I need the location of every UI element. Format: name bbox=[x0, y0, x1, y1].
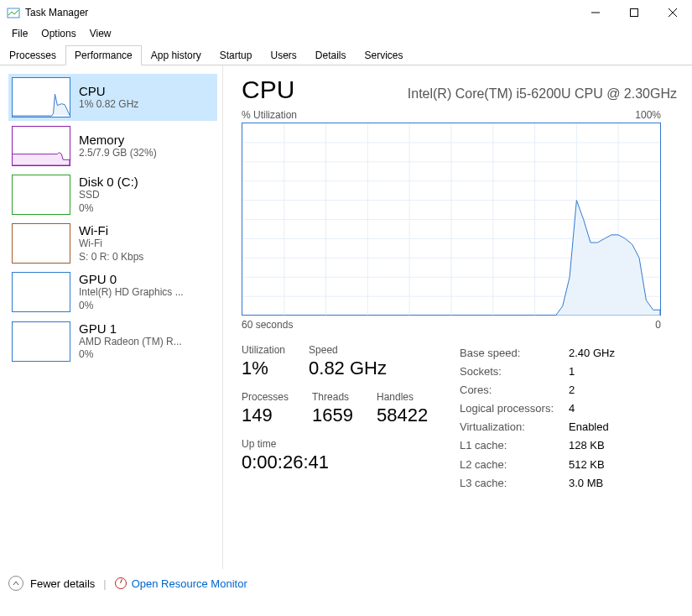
sidebar-gpu0-sub1: Intel(R) HD Graphics ... bbox=[79, 286, 184, 300]
svg-rect-2 bbox=[631, 9, 638, 17]
title-bar: Task Manager bbox=[0, 0, 692, 25]
spec-cores: 2 bbox=[569, 381, 575, 399]
footer: Fewer details | Open Resource Monitor bbox=[0, 569, 692, 598]
sidebar-wifi-sub2: S: 0 R: 0 Kbps bbox=[79, 251, 143, 264]
chart-label-top-right: 100% bbox=[635, 109, 661, 121]
menu-view[interactable]: View bbox=[83, 26, 118, 41]
open-resource-monitor-link[interactable]: Open Resource Monitor bbox=[115, 577, 247, 590]
stat-handles-label: Handles bbox=[377, 391, 428, 403]
sidebar-gpu1-title: GPU 1 bbox=[79, 321, 182, 336]
sidebar-item-wifi[interactable]: Wi-Fi Wi-Fi S: 0 R: 0 Kbps bbox=[8, 220, 217, 267]
open-resource-monitor-label: Open Resource Monitor bbox=[132, 577, 247, 590]
sidebar-item-gpu1[interactable]: GPU 1 AMD Radeon (TM) R... 0% bbox=[8, 318, 217, 365]
footer-divider: | bbox=[103, 577, 106, 590]
spec-sockets: 1 bbox=[569, 363, 575, 381]
window-title: Task Manager bbox=[25, 7, 88, 18]
tab-details[interactable]: Details bbox=[306, 45, 356, 65]
chart-label-bottom-left: 60 seconds bbox=[242, 319, 293, 331]
chart-label-top-left: % Utilization bbox=[242, 109, 297, 121]
tab-strip: Processes Performance App history Startu… bbox=[0, 45, 692, 65]
sidebar-item-cpu[interactable]: CPU 1% 0.82 GHz bbox=[8, 74, 217, 121]
sidebar-disk-sub2: 0% bbox=[79, 202, 138, 216]
stat-uptime-label: Up time bbox=[242, 438, 460, 450]
chart-label-bottom-right: 0 bbox=[655, 319, 661, 331]
sidebar-item-memory[interactable]: Memory 2.5/7.9 GB (32%) bbox=[8, 123, 217, 170]
tab-performance[interactable]: Performance bbox=[65, 45, 142, 65]
sidebar-memory-title: Memory bbox=[79, 133, 157, 147]
spec-l3: 3.0 MB bbox=[569, 474, 603, 493]
sidebar-disk-title: Disk 0 (C:) bbox=[79, 175, 138, 189]
sidebar-wifi-title: Wi-Fi bbox=[79, 223, 143, 238]
sidebar-cpu-title: CPU bbox=[79, 84, 138, 98]
stat-speed: 0.82 GHz bbox=[309, 358, 387, 379]
sidebar-memory-sub: 2.5/7.9 GB (32%) bbox=[79, 147, 157, 160]
spec-l2: 512 KB bbox=[569, 456, 605, 474]
spec-l1-label: L1 cache: bbox=[460, 436, 569, 455]
thumb-gpu1 bbox=[12, 321, 70, 362]
thumb-memory bbox=[12, 126, 70, 166]
stat-threads: 1659 bbox=[312, 405, 353, 426]
spec-base-speed: 2.40 GHz bbox=[569, 344, 615, 363]
stat-processes: 149 bbox=[242, 405, 289, 426]
tab-services[interactable]: Services bbox=[356, 45, 413, 65]
maximize-button[interactable] bbox=[615, 0, 653, 25]
sidebar-cpu-sub: 1% 0.82 GHz bbox=[79, 98, 138, 112]
cpu-utilization-chart bbox=[242, 123, 661, 316]
fewer-details-icon[interactable] bbox=[8, 576, 23, 591]
sidebar-wifi-sub1: Wi-Fi bbox=[79, 238, 143, 251]
detail-title: CPU bbox=[242, 76, 294, 104]
stat-speed-label: Speed bbox=[309, 344, 387, 356]
stat-handles: 58422 bbox=[377, 405, 428, 426]
tab-processes[interactable]: Processes bbox=[0, 45, 65, 65]
spec-l2-label: L2 cache: bbox=[460, 456, 569, 474]
spec-lp-label: Logical processors: bbox=[460, 399, 569, 418]
tab-app-history[interactable]: App history bbox=[142, 45, 211, 65]
resource-monitor-icon bbox=[115, 577, 127, 589]
tab-startup[interactable]: Startup bbox=[211, 45, 262, 65]
thumb-wifi bbox=[12, 223, 70, 264]
thumb-disk bbox=[12, 175, 70, 215]
spec-l1: 128 KB bbox=[569, 436, 605, 455]
app-icon bbox=[7, 6, 20, 19]
spec-l3-label: L3 cache: bbox=[460, 474, 569, 493]
stat-uptime: 0:00:26:41 bbox=[242, 452, 460, 473]
sidebar-gpu1-sub1: AMD Radeon (TM) R... bbox=[79, 336, 182, 349]
menu-bar: File Options View bbox=[0, 25, 692, 42]
detail-subtitle: Intel(R) Core(TM) i5-6200U CPU @ 2.30GHz bbox=[408, 86, 677, 102]
thumb-gpu0 bbox=[12, 272, 70, 312]
fewer-details-link[interactable]: Fewer details bbox=[30, 577, 95, 590]
spec-base-speed-label: Base speed: bbox=[460, 344, 569, 363]
stat-threads-label: Threads bbox=[312, 391, 353, 403]
stat-utilization-label: Utilization bbox=[242, 344, 285, 356]
spec-virt: Enabled bbox=[569, 418, 609, 436]
menu-file[interactable]: File bbox=[5, 26, 34, 41]
sidebar-gpu1-sub2: 0% bbox=[79, 348, 182, 362]
sidebar-disk-sub1: SSD bbox=[79, 189, 138, 202]
spec-cores-label: Cores: bbox=[460, 381, 569, 399]
stat-utilization: 1% bbox=[242, 358, 285, 379]
spec-virt-label: Virtualization: bbox=[460, 418, 569, 436]
menu-options[interactable]: Options bbox=[34, 26, 82, 41]
stat-processes-label: Processes bbox=[242, 391, 289, 403]
spec-lp: 4 bbox=[569, 399, 575, 418]
tab-users[interactable]: Users bbox=[261, 45, 305, 65]
minimize-button[interactable] bbox=[576, 0, 615, 25]
close-button[interactable] bbox=[653, 0, 692, 25]
sidebar: CPU 1% 0.82 GHz Memory 2.5/7.9 GB (32%) … bbox=[0, 65, 223, 569]
sidebar-gpu0-title: GPU 0 bbox=[79, 272, 184, 286]
sidebar-item-disk[interactable]: Disk 0 (C:) SSD 0% bbox=[8, 171, 217, 218]
detail-pane: CPU Intel(R) Core(TM) i5-6200U CPU @ 2.3… bbox=[223, 65, 692, 569]
sidebar-item-gpu0[interactable]: GPU 0 Intel(R) HD Graphics ... 0% bbox=[8, 269, 217, 316]
spec-sockets-label: Sockets: bbox=[460, 363, 569, 381]
thumb-cpu bbox=[12, 77, 70, 117]
sidebar-gpu0-sub2: 0% bbox=[79, 300, 184, 313]
